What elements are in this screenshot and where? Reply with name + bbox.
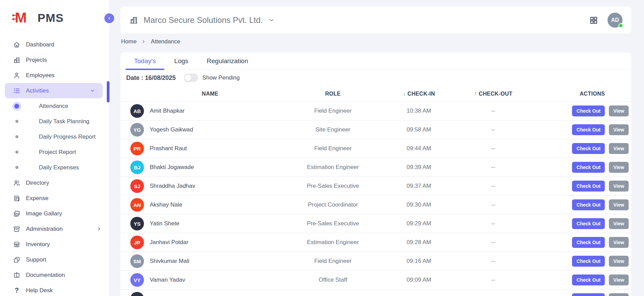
book-icon <box>12 271 21 279</box>
sidebar-menu: Dashboard Projects Employees <box>0 37 109 296</box>
attendance-card: Today's Logs Regularization Date : 16/08… <box>120 53 631 296</box>
sidebar-subitem-daily-task-planning[interactable]: Daily Task Planning <box>0 114 109 129</box>
column-header-name[interactable]: NAME <box>147 91 274 97</box>
employee-avatar: YS <box>130 217 144 230</box>
employee-name: Yatin Shete <box>147 220 274 227</box>
sidebar-scrollbar[interactable] <box>107 81 109 102</box>
user-avatar[interactable]: AD <box>608 13 623 28</box>
image-icon <box>12 210 21 217</box>
view-button[interactable]: View <box>609 181 629 192</box>
sidebar-item-documentation[interactable]: Documentation <box>0 267 109 283</box>
toggle-knob <box>185 74 191 81</box>
employee-initials: PR <box>134 146 141 152</box>
sidebar-item-employees[interactable]: Employees <box>0 68 109 83</box>
sidebar-subitem-label: Daily Progress Report <box>39 133 96 140</box>
check-out-button[interactable]: Check Out <box>572 124 605 135</box>
people-icon <box>12 179 21 187</box>
online-status-dot <box>618 23 623 28</box>
view-button[interactable]: View <box>609 218 629 229</box>
checkin-time: 09:28 AM <box>392 239 445 246</box>
table-row: PR Prashant Raut Field Engineer 09:44 AM… <box>120 139 631 158</box>
check-out-button[interactable]: Check Out <box>572 162 605 173</box>
employee-avatar <box>130 292 144 296</box>
employee-initials: AB <box>133 108 141 114</box>
bullet-dot-icon <box>12 120 21 123</box>
sidebar-subitem-attendance[interactable]: Attendance <box>0 98 109 114</box>
store-icon <box>12 241 21 248</box>
employee-name: Amit Bhapkar <box>147 108 274 114</box>
sidebar-collapse-button[interactable] <box>104 13 114 23</box>
view-button[interactable]: View <box>609 256 629 267</box>
sidebar-item-projects[interactable]: Projects <box>0 52 109 68</box>
check-out-button[interactable]: Check Out <box>572 274 605 285</box>
employee-avatar: PR <box>130 142 144 155</box>
employee-avatar: BJ <box>130 160 144 174</box>
checkin-time: 09:29 AM <box>392 220 445 227</box>
sidebar-item-administration[interactable]: Administration <box>0 221 109 237</box>
view-button[interactable]: View <box>609 293 629 296</box>
company-selector[interactable]: Marco Secure Solutions Pvt. Ltd. <box>129 15 275 25</box>
sidebar-item-dashboard[interactable]: Dashboard <box>0 37 109 52</box>
employee-name: Shivkumar Mali <box>147 258 274 265</box>
employee-role: Estimation Engineer <box>274 164 392 171</box>
sidebar-item-label: Inventory <box>26 241 50 248</box>
sidebar-item-expense[interactable]: Expense <box>0 191 109 206</box>
view-button[interactable]: View <box>609 105 629 116</box>
question-icon: ? <box>12 286 21 294</box>
employee-initials: AN <box>133 202 141 208</box>
check-out-button[interactable]: Check Out <box>572 218 605 229</box>
chevron-right-icon <box>97 226 102 231</box>
check-out-button[interactable]: Check Out <box>572 237 605 248</box>
sidebar-item-inventory[interactable]: Inventory <box>0 237 109 252</box>
column-header-role[interactable]: ROLE <box>274 91 392 97</box>
sidebar-subitem-daily-progress-report[interactable]: Daily Progress Report <box>0 129 109 144</box>
checkout-time: -- <box>445 164 541 171</box>
building-icon <box>12 56 21 64</box>
attendance-page: M PMS Dashboard Pro <box>0 0 644 296</box>
employee-name: Yogesh Gaikwad <box>147 126 274 133</box>
view-button[interactable]: View <box>609 124 629 135</box>
sidebar-item-directory[interactable]: Directory <box>0 175 109 191</box>
tab-todays[interactable]: Today's <box>125 53 165 69</box>
sidebar-item-help-desk[interactable]: ? Help Desk <box>0 283 109 296</box>
sidebar-item-activities[interactable]: Activities <box>5 83 103 98</box>
tab-regularization[interactable]: Regularization <box>197 53 257 69</box>
table-row: SJ Shraddha Jadhav Pre-Sales Executive 0… <box>120 177 631 195</box>
check-out-button[interactable]: Check Out <box>572 199 605 210</box>
table-row: YG Yogesh Gaikwad Site Engineer 09:58 AM… <box>120 120 631 139</box>
view-button[interactable]: View <box>609 274 629 285</box>
sidebar-item-support[interactable]: Support <box>0 252 109 267</box>
checkout-time: -- <box>445 277 541 283</box>
view-button[interactable]: View <box>609 162 629 173</box>
apps-grid-icon[interactable] <box>589 16 598 25</box>
attendance-table-body: AB Amit Bhapkar Field Engineer 10:38 AM … <box>120 101 631 296</box>
main-area: Marco Secure Solutions Pvt. Ltd. AD Home… <box>109 0 644 296</box>
sidebar-item-label: Activities <box>26 87 49 94</box>
sidebar-subitem-daily-expenses[interactable]: Daily Expenses <box>0 160 109 175</box>
active-dot-icon <box>12 104 21 109</box>
checkin-time: 09:44 AM <box>392 145 445 152</box>
top-header: Marco Secure Solutions Pvt. Ltd. AD <box>120 6 631 34</box>
check-out-button[interactable]: Check Out <box>572 105 605 116</box>
check-out-button[interactable]: Check Out <box>572 256 605 267</box>
tab-logs[interactable]: Logs <box>165 53 197 69</box>
check-out-button[interactable]: Check Out <box>572 293 605 296</box>
breadcrumb-home[interactable]: Home <box>121 38 136 45</box>
employee-name: Akshay Nale <box>147 201 274 208</box>
column-header-checkout[interactable]: ↑CHECK-OUT <box>445 90 541 97</box>
column-header-checkin[interactable]: ↓CHECK-IN <box>392 90 445 97</box>
check-out-button[interactable]: Check Out <box>572 181 605 192</box>
check-out-button[interactable]: Check Out <box>572 143 605 154</box>
table-row: YS Yatin Shete Pre-Sales Executive 09:29… <box>120 214 631 233</box>
checkout-time: -- <box>445 183 541 189</box>
show-pending-toggle[interactable] <box>184 74 198 82</box>
sidebar-item-image-gallery[interactable]: Image Gallary <box>0 206 109 221</box>
view-button[interactable]: View <box>609 143 629 154</box>
row-actions: Check Out View <box>541 181 629 192</box>
view-button[interactable]: View <box>609 237 629 248</box>
sidebar-subitem-project-report[interactable]: Project Report <box>0 144 109 160</box>
sidebar-item-label: Directory <box>26 180 49 186</box>
employee-initials: YS <box>134 221 141 227</box>
view-button[interactable]: View <box>609 199 629 210</box>
show-pending-label: Show Pending <box>202 74 240 81</box>
